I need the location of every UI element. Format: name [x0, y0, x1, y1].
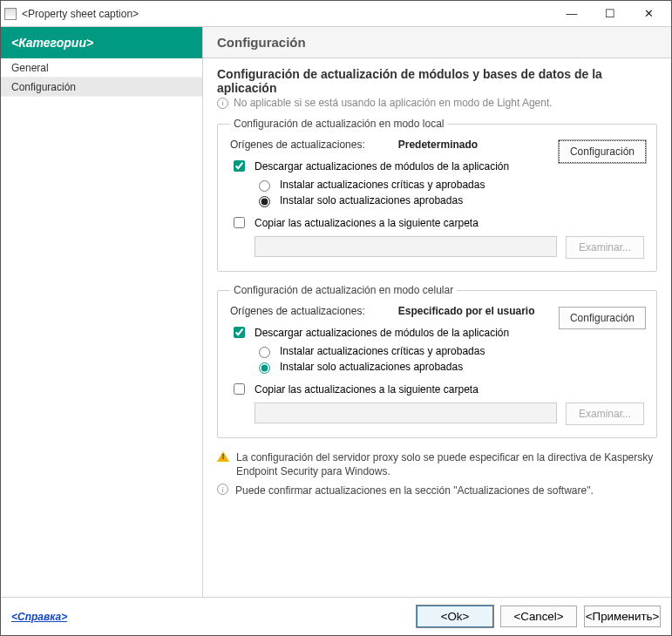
- maximize-button[interactable]: ☐: [591, 2, 629, 26]
- main-header: Configuración: [203, 27, 671, 58]
- group-local-legend: Configuración de actualización en modo l…: [230, 118, 447, 130]
- sidebar-header: <Категории>: [1, 27, 202, 58]
- minimize-button[interactable]: —: [553, 2, 591, 26]
- copy-path-input-local: [255, 236, 557, 257]
- copy-updates-checkbox-local[interactable]: [234, 217, 245, 228]
- page-heading: Configuración de actualización de módulo…: [217, 67, 657, 95]
- sidebar: <Категории> General Configuración: [1, 27, 203, 597]
- install-approved-radio-cellular[interactable]: [259, 362, 270, 374]
- ok-button[interactable]: <Ok>: [417, 606, 493, 627]
- install-critical-radio-cellular[interactable]: [259, 347, 270, 358]
- apply-button[interactable]: <Применить>: [584, 606, 661, 627]
- origins-value-local: Predeterminado: [398, 139, 478, 151]
- app-icon: [4, 8, 17, 20]
- sidebar-item-configuracion[interactable]: Configuración: [1, 78, 202, 97]
- install-approved-label-cellular: Instalar solo actualizaciones aprobadas: [280, 361, 463, 373]
- copy-updates-label-local: Copiar las actualizaciones a la siguient…: [255, 217, 479, 229]
- group-cellular: Configuración de actualización en modo c…: [217, 284, 657, 438]
- config-button-cellular[interactable]: Configuración: [559, 307, 646, 329]
- titlebar: <Property sheet caption> — ☐ ✕: [1, 1, 671, 27]
- sidebar-item-general[interactable]: General: [1, 58, 202, 78]
- install-critical-radio-local[interactable]: [259, 180, 270, 192]
- copy-updates-checkbox-cellular[interactable]: [234, 383, 245, 395]
- download-updates-label-cellular: Descargar actualizaciones de módulos de …: [255, 327, 509, 339]
- install-approved-radio-local[interactable]: [259, 196, 270, 207]
- window: <Property sheet caption> — ☐ ✕ <Категори…: [0, 0, 672, 636]
- info-icon: i: [217, 484, 228, 495]
- copy-updates-label-cellular: Copiar las actualizaciones a la siguient…: [255, 383, 479, 396]
- origins-label-cellular: Orígenes de actualizaciones:: [230, 305, 365, 317]
- config-button-local[interactable]: Configuración: [559, 140, 646, 163]
- origins-value-cellular: Especificado por el usuario: [398, 305, 535, 317]
- notes-section: La configuración del servidor proxy solo…: [217, 450, 657, 498]
- note-info-text: Puede confirmar actualizaciones en la se…: [235, 484, 657, 497]
- browse-button-local: Examinar...: [566, 236, 644, 259]
- warning-icon: [217, 451, 229, 462]
- install-approved-label-local: Instalar solo actualizaciones aprobadas: [280, 194, 463, 206]
- sidebar-item-label: Configuración: [11, 81, 76, 93]
- browse-button-cellular: Examinar...: [566, 403, 644, 425]
- install-critical-label-local: Instalar actualizaciones críticas y apro…: [280, 179, 485, 191]
- group-local: Configuración de actualización en modo l…: [217, 118, 657, 272]
- help-link[interactable]: <Справка>: [11, 611, 67, 623]
- info-text: No aplicable si se está usando la aplica…: [234, 97, 553, 109]
- copy-path-input-cellular: [255, 403, 557, 423]
- info-line: i No aplicable si se está usando la apli…: [217, 97, 657, 109]
- info-icon: i: [217, 98, 228, 109]
- close-button[interactable]: ✕: [629, 2, 668, 26]
- window-title: <Property sheet caption>: [22, 8, 553, 20]
- group-cellular-legend: Configuración de actualización en modo c…: [230, 284, 457, 296]
- content-area: Configuración de actualización de módulo…: [203, 58, 671, 597]
- install-critical-label-cellular: Instalar actualizaciones críticas y apro…: [280, 345, 485, 357]
- origins-label-local: Orígenes de actualizaciones:: [230, 139, 365, 151]
- main-panel: Configuración Configuración de actualiza…: [203, 27, 671, 597]
- cancel-button[interactable]: <Cancel>: [500, 606, 577, 627]
- footer: <Справка> <Ok> <Cancel> <Применить>: [1, 597, 671, 635]
- download-updates-checkbox-local[interactable]: [234, 160, 245, 172]
- warning-text: La configuración del servidor proxy solo…: [236, 450, 657, 478]
- download-updates-checkbox-cellular[interactable]: [234, 327, 245, 338]
- sidebar-item-label: General: [11, 62, 49, 74]
- download-updates-label-local: Descargar actualizaciones de módulos de …: [255, 160, 509, 173]
